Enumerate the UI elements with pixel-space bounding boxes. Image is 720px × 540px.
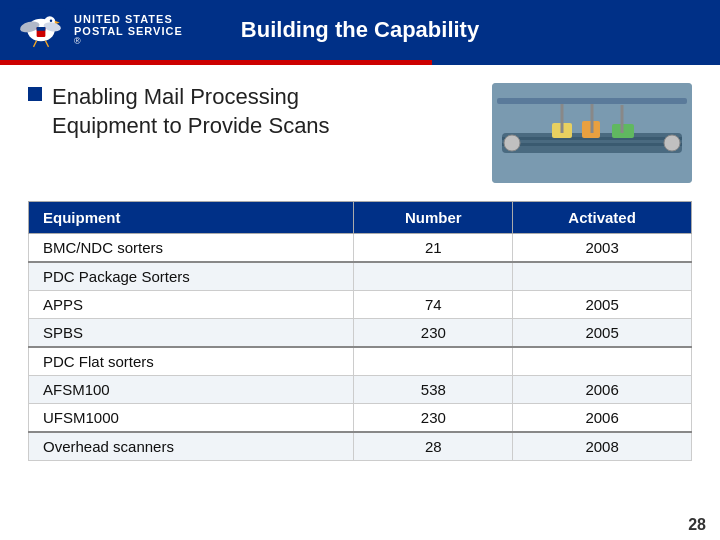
cell-activated: 2006 [513,376,692,404]
cell-number [354,262,513,291]
logo: UNITED STATES POSTAL SERVICE ® [16,8,183,52]
svg-rect-14 [502,143,682,146]
table-row: AFSM1005382006 [29,376,692,404]
cell-activated: 2003 [513,234,692,263]
bullet-line2: Equipment to Provide Scans [52,113,330,138]
svg-point-10 [50,19,53,22]
bullet-square-icon [28,87,42,101]
cell-equipment: UFSM1000 [29,404,354,433]
cell-activated [513,347,692,376]
col-header-number: Number [354,202,513,234]
cell-number: 74 [354,291,513,319]
col-header-activated: Activated [513,202,692,234]
cell-equipment: SPBS [29,319,354,348]
usps-eagle-icon [16,8,66,52]
table-header-row: Equipment Number Activated [29,202,692,234]
cell-number: 21 [354,234,513,263]
cell-equipment: APPS [29,291,354,319]
col-header-equipment: Equipment [29,202,354,234]
bullet-item: Enabling Mail Processing Equipment to Pr… [28,83,472,140]
usps-wordmark: UNITED STATES POSTAL SERVICE ® [74,13,183,47]
table-row: BMC/NDC sorters212003 [29,234,692,263]
table-row: SPBS2302005 [29,319,692,348]
cell-equipment: BMC/NDC sorters [29,234,354,263]
usps-line1: UNITED STATES [74,13,183,25]
main-content: Enabling Mail Processing Equipment to Pr… [0,65,720,471]
bullet-section: Enabling Mail Processing Equipment to Pr… [28,83,692,183]
cell-activated: 2006 [513,404,692,433]
cell-equipment: PDC Flat sorters [29,347,354,376]
table-row: Overhead scanners282008 [29,432,692,461]
cell-activated: 2005 [513,291,692,319]
cell-activated [513,262,692,291]
page-number: 28 [688,516,706,534]
cell-activated: 2008 [513,432,692,461]
conveyor-illustration [492,83,692,183]
table-row: PDC Flat sorters [29,347,692,376]
table-row: PDC Package Sorters [29,262,692,291]
page-title: Building the Capability [241,17,479,43]
svg-rect-23 [497,98,687,104]
table-row: APPS742005 [29,291,692,319]
table-row: UFSM10002302006 [29,404,692,433]
cell-number: 28 [354,432,513,461]
bullet-text-wrap: Enabling Mail Processing Equipment to Pr… [28,83,472,140]
usps-line3: ® [74,37,183,47]
svg-rect-7 [37,27,46,31]
cell-number: 230 [354,404,513,433]
equipment-image [492,83,692,183]
equipment-table: Equipment Number Activated BMC/NDC sorte… [28,201,692,461]
cell-number: 538 [354,376,513,404]
cell-equipment: PDC Package Sorters [29,262,354,291]
bullet-text: Enabling Mail Processing Equipment to Pr… [52,83,330,140]
svg-point-16 [664,135,680,151]
cell-number [354,347,513,376]
cell-activated: 2005 [513,319,692,348]
cell-equipment: Overhead scanners [29,432,354,461]
svg-point-15 [504,135,520,151]
cell-number: 230 [354,319,513,348]
bullet-line1: Enabling Mail Processing [52,84,299,109]
table-body: BMC/NDC sorters212003PDC Package Sorters… [29,234,692,461]
cell-equipment: AFSM100 [29,376,354,404]
header: UNITED STATES POSTAL SERVICE ® Building … [0,0,720,60]
usps-line2: POSTAL SERVICE [74,25,183,37]
